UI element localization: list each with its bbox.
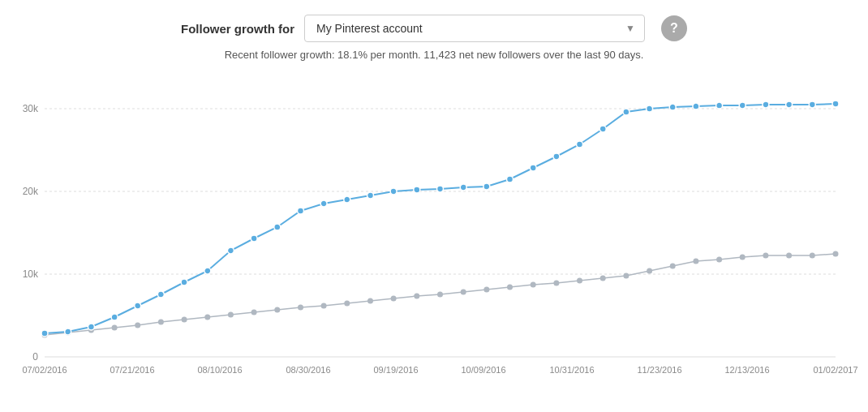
svg-point-85 [786,101,793,108]
svg-point-68 [390,188,397,195]
svg-point-43 [623,273,629,279]
svg-point-33 [391,296,397,302]
svg-point-65 [320,200,327,207]
svg-text:30k: 30k [23,103,39,114]
follower-growth-label: Follower growth for [181,22,294,36]
svg-point-74 [530,165,536,171]
svg-point-58 [157,291,164,298]
svg-point-73 [507,176,513,182]
svg-point-45 [670,264,676,269]
svg-text:12/13/2016: 12/13/2016 [724,365,769,375]
svg-point-22 [135,323,140,328]
svg-text:10/31/2016: 10/31/2016 [549,365,594,375]
svg-point-83 [739,102,746,109]
svg-point-57 [135,303,141,309]
svg-point-27 [251,310,257,315]
svg-point-49 [763,253,768,259]
svg-point-32 [367,298,373,304]
svg-point-61 [227,247,234,254]
svg-point-24 [182,317,187,323]
svg-point-54 [65,328,71,335]
svg-point-26 [228,312,234,318]
svg-point-25 [204,315,210,320]
header: Follower growth for My Pinterest account… [0,0,868,49]
svg-point-77 [599,126,606,132]
svg-text:10k: 10k [23,268,39,280]
svg-point-64 [298,208,304,214]
chart-area: 0 10k 20k 30k 07/02/2016 07/21/2016 08/1… [0,69,868,385]
account-dropdown-wrapper[interactable]: My Pinterest account ▼ [304,15,645,42]
svg-text:0: 0 [32,351,38,363]
blue-series-line [45,104,836,333]
svg-point-79 [647,105,653,112]
svg-point-69 [414,187,420,193]
svg-point-60 [204,268,211,274]
svg-point-44 [647,268,652,274]
svg-point-29 [298,305,303,311]
svg-text:01/02/2017: 01/02/2017 [813,365,857,375]
svg-point-42 [600,276,606,281]
svg-text:08/30/2016: 08/30/2016 [286,365,330,375]
svg-point-80 [669,104,676,110]
follower-growth-chart: 0 10k 20k 30k 07/02/2016 07/21/2016 08/1… [45,69,836,385]
svg-text:07/21/2016: 07/21/2016 [110,365,154,375]
svg-point-87 [832,101,839,107]
svg-point-36 [461,290,466,295]
svg-text:08/10/2016: 08/10/2016 [197,365,242,375]
svg-point-39 [531,282,536,288]
svg-text:07/02/2016: 07/02/2016 [22,365,67,375]
svg-point-81 [693,103,699,109]
svg-point-82 [716,102,723,109]
svg-point-48 [740,255,746,260]
svg-text:10/09/2016: 10/09/2016 [461,365,505,375]
svg-point-37 [483,287,489,293]
svg-text:20k: 20k [23,186,39,197]
svg-point-59 [181,279,187,285]
svg-point-84 [763,101,769,108]
svg-point-28 [274,307,280,313]
svg-point-35 [437,292,443,298]
svg-point-55 [88,324,94,330]
svg-text:11/23/2016: 11/23/2016 [637,365,681,375]
svg-point-62 [251,235,257,242]
svg-point-34 [414,294,419,299]
svg-point-63 [274,224,281,230]
svg-point-67 [367,192,374,199]
svg-point-70 [437,186,444,192]
svg-point-38 [507,285,513,290]
svg-point-53 [41,330,48,337]
svg-point-50 [786,253,792,259]
svg-point-47 [716,257,722,263]
svg-point-66 [344,196,350,203]
help-button[interactable]: ? [661,15,687,41]
svg-point-21 [112,325,118,331]
svg-point-31 [344,301,350,307]
subtitle-text: Recent follower growth: 18.1% per month.… [0,49,868,61]
svg-point-46 [693,259,698,264]
svg-point-41 [577,278,582,284]
svg-point-71 [460,184,466,191]
svg-point-40 [553,281,559,286]
svg-point-76 [577,141,583,148]
svg-text:09/19/2016: 09/19/2016 [373,365,418,375]
account-dropdown[interactable]: My Pinterest account [304,15,645,42]
svg-point-56 [111,314,118,320]
svg-point-30 [321,303,327,309]
svg-point-23 [158,320,164,325]
svg-point-52 [833,251,839,257]
svg-point-78 [623,109,630,115]
svg-point-72 [483,183,490,190]
svg-point-75 [553,153,560,160]
svg-point-86 [809,101,815,108]
svg-point-51 [810,253,815,259]
